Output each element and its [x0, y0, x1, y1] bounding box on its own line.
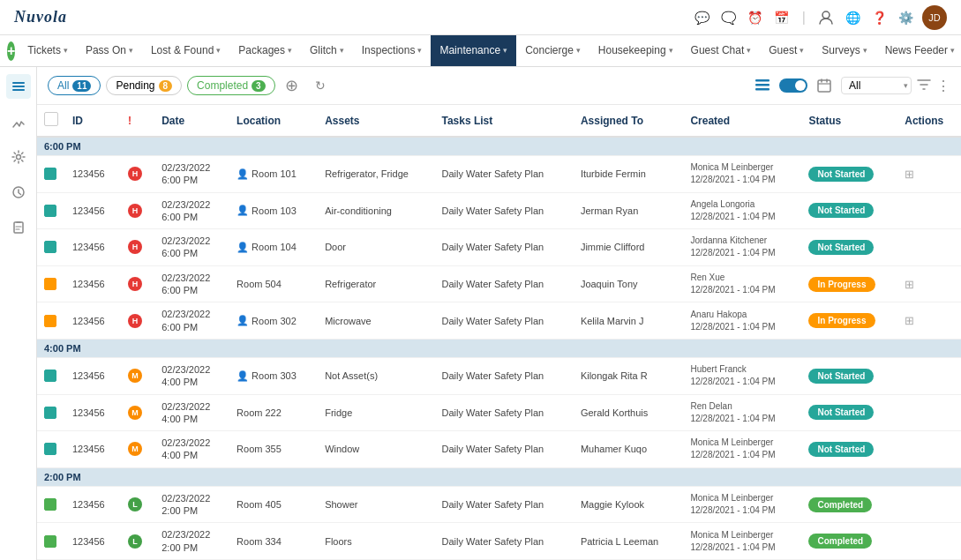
col-status-header[interactable]: Status [801, 105, 897, 137]
globe-icon[interactable]: 🌐 [843, 8, 862, 27]
col-assignedto-header[interactable]: Assigned To [574, 105, 684, 137]
row-assignedto: Maggie Kylook [574, 486, 684, 523]
nav-lostandfound[interactable]: Lost & Found▾ [142, 35, 229, 67]
row-id: 123456 [65, 431, 121, 468]
chat-icon[interactable]: 💬 [693, 8, 712, 27]
nav-guest[interactable]: Guest▾ [760, 35, 813, 67]
row-status: Completed [801, 486, 897, 523]
row-date: 02/23/20224:00 PM [154, 394, 229, 431]
svg-rect-10 [818, 80, 830, 92]
row-checkbox[interactable] [44, 535, 56, 548]
col-created-header[interactable]: Created [683, 105, 801, 137]
status-badge[interactable]: Not Started [808, 405, 874, 420]
add-icon[interactable]: ⊕ [281, 74, 304, 97]
list-view-icon[interactable] [751, 74, 774, 97]
status-badge[interactable]: Not Started [808, 442, 874, 457]
avatar[interactable]: JD [922, 5, 947, 30]
status-badge[interactable]: Not Started [808, 369, 874, 384]
nav-inspections[interactable]: Inspections▾ [353, 35, 432, 67]
col-assets-header[interactable]: Assets [318, 105, 434, 137]
row-created: Monica M Leinberger12/28/2021 - 1:04 PM [683, 523, 801, 560]
status-badge[interactable]: Not Started [808, 167, 874, 182]
tab-completed[interactable]: Completed 3 [187, 76, 275, 95]
row-location: 👤 Room 104 [229, 229, 318, 266]
priority-badge: H [128, 314, 142, 328]
tab-pending[interactable]: Pending 8 [106, 76, 182, 95]
more-options-icon[interactable]: ⋮ [936, 78, 950, 94]
tab-all[interactable]: All 11 [48, 76, 101, 95]
status-badge[interactable]: In Progress [808, 313, 875, 328]
row-assets: Fridge [318, 394, 434, 431]
nav-glitch[interactable]: Glitch▾ [301, 35, 353, 67]
nav-newsfeeder[interactable]: News Feeder▾ [876, 35, 961, 67]
nav-passon[interactable]: Pass On▾ [77, 35, 142, 67]
nav-surveys[interactable]: Surveys▾ [813, 35, 875, 67]
sidebar-icon-list[interactable] [6, 74, 31, 99]
col-id-header[interactable]: ID [65, 105, 121, 137]
row-taskslist: Daily Water Safety Plan [434, 486, 573, 523]
priority-badge: M [128, 442, 142, 456]
table-body: 6:00 PM 123456 H 02/23/20226:00 PM 👤 Roo… [37, 137, 961, 560]
col-taskslist-header[interactable]: Tasks List [434, 105, 573, 137]
svg-rect-6 [14, 222, 23, 233]
nav-housekeeping[interactable]: Housekeeping▾ [589, 35, 682, 67]
status-badge[interactable]: Completed [808, 497, 872, 512]
status-badge[interactable]: Completed [808, 534, 872, 549]
row-assets: Window [318, 431, 434, 468]
row-checkbox[interactable] [44, 205, 56, 217]
user-icon[interactable] [816, 8, 836, 27]
sidebar-icon-clipboard[interactable] [6, 215, 31, 240]
row-status: Completed [801, 523, 897, 560]
nav-concierge[interactable]: Concierge▾ [516, 35, 589, 67]
filter-icon[interactable] [917, 78, 931, 94]
row-checkbox[interactable] [44, 407, 56, 419]
row-priority: M [121, 431, 154, 468]
row-checkbox[interactable] [44, 278, 56, 290]
refresh-icon[interactable]: ↻ [309, 74, 332, 97]
view-toggle-switch[interactable] [779, 78, 807, 93]
top-icons: 💬 🗨️ ⏰ 📅 | 🌐 ❓ ⚙️ JD [693, 5, 947, 30]
row-actions [897, 357, 961, 394]
row-checkbox[interactable] [44, 443, 56, 455]
nav-tickets[interactable]: Tickets▾ [19, 35, 77, 67]
action-menu-icon[interactable]: ⊞ [905, 168, 914, 181]
row-checkbox[interactable] [44, 168, 56, 180]
col-priority-header[interactable]: ! [121, 105, 154, 137]
badge-all: 11 [72, 80, 91, 92]
select-all-checkbox[interactable] [44, 112, 58, 126]
action-menu-icon[interactable]: ⊞ [905, 314, 914, 327]
filter-select[interactable]: All Pending Completed In Progress [841, 77, 912, 94]
sidebar-icon-settings[interactable] [6, 145, 31, 169]
speech-icon[interactable]: 🗨️ [719, 8, 739, 27]
row-checkbox[interactable] [44, 498, 56, 511]
row-checkbox-cell [37, 357, 65, 394]
status-badge[interactable]: Not Started [808, 240, 874, 255]
col-date-header[interactable]: Date [154, 105, 229, 137]
nav-packages[interactable]: Packages▾ [229, 35, 301, 67]
action-menu-icon[interactable]: ⊞ [905, 278, 914, 291]
sidebar-icon-chart[interactable] [6, 109, 31, 134]
calendar-icon[interactable]: 📅 [772, 8, 792, 27]
help-icon[interactable]: ❓ [869, 8, 889, 27]
col-location-header[interactable]: Location [229, 105, 318, 137]
status-badge[interactable]: Not Started [808, 203, 874, 218]
row-assignedto: Patricia L Leeman [574, 523, 684, 560]
nav-add-button[interactable]: + [7, 41, 15, 61]
settings-icon[interactable]: ⚙️ [896, 8, 915, 27]
filter-select-wrapper[interactable]: All Pending Completed In Progress ▾ [841, 77, 912, 94]
row-actions [897, 229, 961, 266]
calendar-view-icon[interactable] [813, 74, 836, 97]
logo: Nuvola [14, 8, 67, 26]
group-time-label: 6:00 PM [37, 137, 961, 156]
status-badge[interactable]: In Progress [808, 277, 875, 292]
top-bar: Nuvola 💬 🗨️ ⏰ 📅 | 🌐 ❓ ⚙️ JD [0, 0, 961, 35]
sidebar-icon-history[interactable] [6, 180, 31, 205]
nav-guestchat[interactable]: Guest Chat▾ [682, 35, 761, 67]
alarm-icon[interactable]: ⏰ [746, 8, 765, 27]
row-date: 02/23/20222:00 PM [154, 523, 229, 560]
nav-maintenance[interactable]: Maintenance▾ [431, 35, 516, 67]
row-checkbox[interactable] [44, 315, 56, 327]
row-location: 👤 Room 302 [229, 302, 318, 340]
row-checkbox[interactable] [44, 370, 56, 382]
row-checkbox[interactable] [44, 241, 56, 253]
